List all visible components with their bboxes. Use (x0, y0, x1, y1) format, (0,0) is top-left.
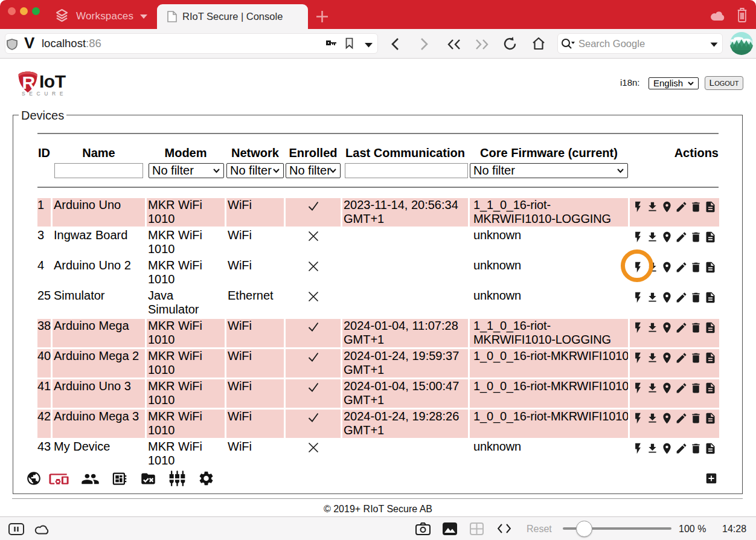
svg-text:IoT: IoT (39, 71, 66, 91)
svg-text:SECURE: SECURE (22, 91, 67, 97)
svg-text:R: R (22, 72, 36, 92)
